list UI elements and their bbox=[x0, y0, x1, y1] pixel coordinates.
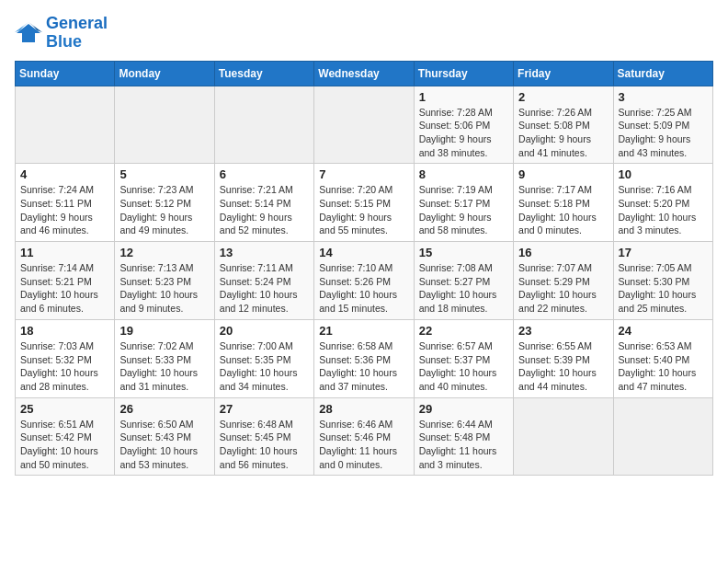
day-number: 21 bbox=[319, 324, 408, 338]
day-info: Sunrise: 7:08 AMSunset: 5:27 PMDaylight:… bbox=[419, 261, 508, 316]
calendar-day-cell: 12Sunrise: 7:13 AMSunset: 5:23 PMDayligh… bbox=[115, 242, 214, 320]
weekday-header-row: SundayMondayTuesdayWednesdayThursdayFrid… bbox=[16, 61, 713, 86]
calendar-week-row: 1Sunrise: 7:28 AMSunset: 5:06 PMDaylight… bbox=[16, 86, 713, 164]
calendar-day-cell: 27Sunrise: 6:48 AMSunset: 5:45 PMDayligh… bbox=[214, 397, 313, 476]
day-number: 3 bbox=[619, 90, 708, 104]
calendar-day-cell: 1Sunrise: 7:28 AMSunset: 5:06 PMDaylight… bbox=[414, 86, 513, 164]
logo-text-blue: Blue bbox=[46, 33, 108, 52]
day-number: 16 bbox=[518, 246, 608, 259]
calendar-week-row: 11Sunrise: 7:14 AMSunset: 5:21 PMDayligh… bbox=[16, 242, 713, 320]
calendar-week-row: 18Sunrise: 7:03 AMSunset: 5:32 PMDayligh… bbox=[16, 319, 713, 397]
calendar-day-cell: 26Sunrise: 6:50 AMSunset: 5:43 PMDayligh… bbox=[115, 397, 214, 476]
day-info: Sunrise: 7:26 AMSunset: 5:08 PMDaylight:… bbox=[518, 106, 608, 160]
day-number: 20 bbox=[220, 324, 309, 338]
day-number: 1 bbox=[419, 90, 508, 104]
day-number: 29 bbox=[419, 402, 508, 416]
weekday-header-wednesday: Wednesday bbox=[314, 61, 414, 86]
day-info: Sunrise: 7:20 AMSunset: 5:15 PMDaylight:… bbox=[319, 183, 408, 237]
calendar-day-cell: 15Sunrise: 7:08 AMSunset: 5:27 PMDayligh… bbox=[414, 242, 513, 320]
logo: General Blue bbox=[15, 15, 108, 52]
calendar-day-cell: 2Sunrise: 7:26 AMSunset: 5:08 PMDaylight… bbox=[514, 86, 613, 164]
day-number: 28 bbox=[319, 402, 408, 416]
day-info: Sunrise: 7:23 AMSunset: 5:12 PMDaylight:… bbox=[119, 183, 209, 237]
calendar-day-cell: 22Sunrise: 6:57 AMSunset: 5:37 PMDayligh… bbox=[414, 319, 513, 397]
day-number: 22 bbox=[419, 324, 508, 338]
calendar-day-cell: 29Sunrise: 6:44 AMSunset: 5:48 PMDayligh… bbox=[414, 397, 513, 476]
calendar-week-row: 4Sunrise: 7:24 AMSunset: 5:11 PMDaylight… bbox=[16, 164, 713, 242]
weekday-header-sunday: Sunday bbox=[16, 61, 115, 86]
svg-marker-0 bbox=[17, 24, 40, 42]
day-info: Sunrise: 7:10 AMSunset: 5:26 PMDaylight:… bbox=[319, 261, 408, 316]
day-info: Sunrise: 6:44 AMSunset: 5:48 PMDaylight:… bbox=[419, 418, 508, 472]
calendar-day-cell: 7Sunrise: 7:20 AMSunset: 5:15 PMDaylight… bbox=[314, 164, 414, 242]
day-info: Sunrise: 6:46 AMSunset: 5:46 PMDaylight:… bbox=[319, 418, 408, 472]
calendar-week-row: 25Sunrise: 6:51 AMSunset: 5:42 PMDayligh… bbox=[16, 397, 713, 476]
calendar-day-cell: 10Sunrise: 7:16 AMSunset: 5:20 PMDayligh… bbox=[613, 164, 712, 242]
calendar-day-cell: 5Sunrise: 7:23 AMSunset: 5:12 PMDaylight… bbox=[115, 164, 214, 242]
day-number: 25 bbox=[20, 402, 109, 416]
calendar-day-cell: 8Sunrise: 7:19 AMSunset: 5:17 PMDaylight… bbox=[414, 164, 513, 242]
calendar-day-cell: 24Sunrise: 6:53 AMSunset: 5:40 PMDayligh… bbox=[613, 319, 712, 397]
day-info: Sunrise: 7:00 AMSunset: 5:35 PMDaylight:… bbox=[220, 339, 309, 394]
day-number: 8 bbox=[419, 167, 508, 181]
page-header: General Blue bbox=[15, 15, 713, 52]
day-number: 15 bbox=[419, 246, 508, 259]
weekday-header-tuesday: Tuesday bbox=[214, 61, 313, 86]
day-info: Sunrise: 7:24 AMSunset: 5:11 PMDaylight:… bbox=[20, 183, 109, 237]
calendar-day-cell: 14Sunrise: 7:10 AMSunset: 5:26 PMDayligh… bbox=[314, 242, 414, 320]
calendar-day-cell: 13Sunrise: 7:11 AMSunset: 5:24 PMDayligh… bbox=[214, 242, 313, 320]
logo-text-general: General bbox=[46, 15, 108, 33]
day-info: Sunrise: 7:14 AMSunset: 5:21 PMDaylight:… bbox=[20, 261, 109, 316]
calendar-day-cell bbox=[16, 86, 115, 164]
calendar-day-cell bbox=[115, 86, 214, 164]
day-number: 11 bbox=[20, 246, 109, 259]
day-info: Sunrise: 7:03 AMSunset: 5:32 PMDaylight:… bbox=[20, 339, 109, 394]
day-number: 23 bbox=[518, 324, 608, 338]
day-info: Sunrise: 7:16 AMSunset: 5:20 PMDaylight:… bbox=[619, 183, 708, 237]
calendar-day-cell: 3Sunrise: 7:25 AMSunset: 5:09 PMDaylight… bbox=[613, 86, 712, 164]
calendar-day-cell: 19Sunrise: 7:02 AMSunset: 5:33 PMDayligh… bbox=[115, 319, 214, 397]
day-info: Sunrise: 7:11 AMSunset: 5:24 PMDaylight:… bbox=[220, 261, 309, 316]
day-number: 9 bbox=[518, 167, 608, 181]
weekday-header-saturday: Saturday bbox=[613, 61, 712, 86]
calendar-day-cell: 23Sunrise: 6:55 AMSunset: 5:39 PMDayligh… bbox=[514, 319, 613, 397]
calendar-table: SundayMondayTuesdayWednesdayThursdayFrid… bbox=[15, 61, 713, 477]
day-info: Sunrise: 7:28 AMSunset: 5:06 PMDaylight:… bbox=[419, 106, 508, 160]
calendar-day-cell: 28Sunrise: 6:46 AMSunset: 5:46 PMDayligh… bbox=[314, 397, 414, 476]
day-info: Sunrise: 7:25 AMSunset: 5:09 PMDaylight:… bbox=[619, 106, 708, 160]
day-number: 7 bbox=[319, 167, 408, 181]
day-number: 27 bbox=[220, 402, 309, 416]
calendar-day-cell: 11Sunrise: 7:14 AMSunset: 5:21 PMDayligh… bbox=[16, 242, 115, 320]
day-number: 4 bbox=[20, 167, 109, 181]
day-number: 13 bbox=[220, 246, 309, 259]
logo-icon bbox=[15, 20, 42, 46]
day-info: Sunrise: 6:48 AMSunset: 5:45 PMDaylight:… bbox=[220, 418, 309, 472]
day-info: Sunrise: 6:58 AMSunset: 5:36 PMDaylight:… bbox=[319, 339, 408, 394]
day-number: 17 bbox=[619, 246, 708, 259]
day-info: Sunrise: 7:19 AMSunset: 5:17 PMDaylight:… bbox=[419, 183, 508, 237]
day-info: Sunrise: 7:13 AMSunset: 5:23 PMDaylight:… bbox=[119, 261, 209, 316]
day-number: 5 bbox=[119, 167, 209, 181]
day-number: 14 bbox=[319, 246, 408, 259]
calendar-day-cell: 18Sunrise: 7:03 AMSunset: 5:32 PMDayligh… bbox=[16, 319, 115, 397]
day-number: 12 bbox=[119, 246, 209, 259]
calendar-body: 1Sunrise: 7:28 AMSunset: 5:06 PMDaylight… bbox=[16, 86, 713, 476]
calendar-day-cell bbox=[514, 397, 613, 476]
calendar-day-cell: 16Sunrise: 7:07 AMSunset: 5:29 PMDayligh… bbox=[514, 242, 613, 320]
day-number: 10 bbox=[619, 167, 708, 181]
calendar-day-cell: 17Sunrise: 7:05 AMSunset: 5:30 PMDayligh… bbox=[613, 242, 712, 320]
weekday-header-friday: Friday bbox=[514, 61, 613, 86]
day-number: 19 bbox=[119, 324, 209, 338]
calendar-day-cell bbox=[314, 86, 414, 164]
calendar-day-cell: 21Sunrise: 6:58 AMSunset: 5:36 PMDayligh… bbox=[314, 319, 414, 397]
day-number: 2 bbox=[518, 90, 608, 104]
weekday-header-thursday: Thursday bbox=[414, 61, 513, 86]
day-info: Sunrise: 6:53 AMSunset: 5:40 PMDaylight:… bbox=[619, 339, 708, 394]
calendar-day-cell bbox=[613, 397, 712, 476]
calendar-header: SundayMondayTuesdayWednesdayThursdayFrid… bbox=[16, 61, 713, 86]
weekday-header-monday: Monday bbox=[115, 61, 214, 86]
calendar-day-cell: 4Sunrise: 7:24 AMSunset: 5:11 PMDaylight… bbox=[16, 164, 115, 242]
calendar-day-cell bbox=[214, 86, 313, 164]
day-number: 26 bbox=[119, 402, 209, 416]
day-info: Sunrise: 7:21 AMSunset: 5:14 PMDaylight:… bbox=[220, 183, 309, 237]
